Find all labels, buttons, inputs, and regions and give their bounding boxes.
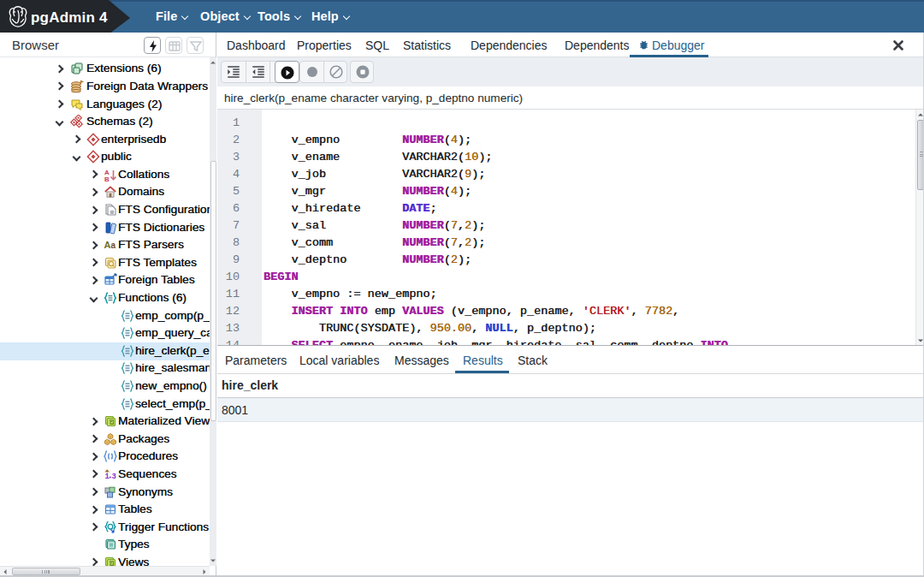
svg-text:a: a [111, 241, 116, 250]
svg-text:A: A [104, 240, 111, 250]
svg-text:3: 3 [112, 470, 116, 479]
svg-text:B: B [104, 175, 110, 181]
